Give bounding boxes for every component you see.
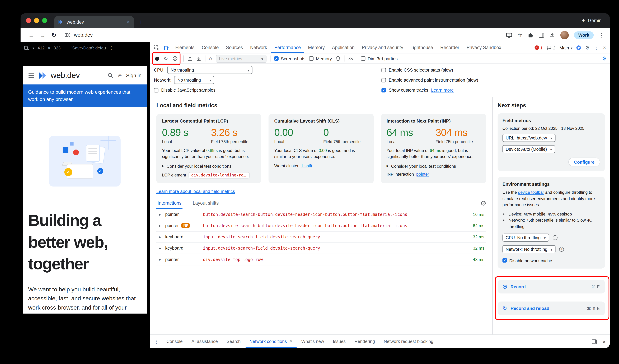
learn-metrics-link[interactable]: Learn more about local and field metrics	[156, 189, 235, 194]
bookmark-icon[interactable]	[517, 32, 522, 38]
interaction-row[interactable]: pointer INP button.devsite-search-button…	[156, 220, 486, 231]
install-app-icon[interactable]	[506, 32, 512, 38]
browser-tab[interactable]: web.dev	[54, 16, 134, 28]
device-height-field[interactable]: 823	[54, 45, 61, 50]
inp-interaction-link[interactable]: pointer	[416, 172, 429, 176]
collect-garbage-icon[interactable]	[336, 56, 340, 61]
hamburger-menu-icon[interactable]	[28, 73, 35, 78]
worst-cluster-link[interactable]: 1 shift	[301, 164, 312, 168]
interaction-row[interactable]: keyboard input.devsite-search-field.devs…	[156, 243, 486, 254]
row-expander-icon[interactable]	[158, 213, 162, 216]
row-expander-icon[interactable]	[158, 224, 162, 227]
paint-instrumentation-checkbox[interactable]	[381, 78, 386, 82]
learn-more-link[interactable]: Learn more	[431, 88, 454, 92]
new-tab-button[interactable]	[139, 19, 143, 25]
tab-application[interactable]: Application	[328, 42, 358, 53]
profile-chip[interactable]: Work	[574, 31, 594, 39]
paint-instrumentation-row[interactable]: Enable advanced paint instrumentation (s…	[381, 76, 478, 84]
device-toolbar-link[interactable]: device toolbar	[518, 190, 544, 195]
tab-interactions[interactable]: Interactions	[156, 198, 183, 209]
record-button[interactable]: Record ⌘ E	[498, 280, 605, 293]
drawer-tab-console[interactable]: Console	[162, 335, 187, 348]
drawer-tab-whats-new[interactable]: What's new	[297, 335, 328, 348]
devtools-close-icon[interactable]	[603, 45, 606, 50]
url-select[interactable]: URL: https://web.dev/	[503, 134, 555, 142]
downloads-icon[interactable]	[549, 32, 555, 38]
device-select[interactable]: Device: Auto (Mobile)	[503, 145, 555, 153]
window-zoom-button[interactable]	[42, 18, 47, 23]
theme-toggle-icon[interactable]	[117, 73, 122, 78]
inspect-element-icon[interactable]	[152, 42, 162, 53]
css-stats-row[interactable]: Enable CSS selector stats (slow)	[381, 66, 478, 74]
disable-cache-row[interactable]: Disable network cache	[503, 258, 552, 263]
record-icon[interactable]	[155, 56, 159, 60]
side-panel-icon[interactable]	[538, 32, 544, 38]
live-metrics-select[interactable]: Live metrics	[216, 55, 267, 63]
dimensions-caret-icon[interactable]	[32, 45, 34, 50]
drawer-tab-ai-assistance[interactable]: AI assistance	[187, 335, 222, 348]
tab-network[interactable]: Network	[247, 42, 271, 53]
gemini-button[interactable]: Gemini	[581, 13, 603, 28]
window-minimize-button[interactable]	[34, 18, 39, 23]
tab-memory[interactable]: Memory	[305, 42, 328, 53]
env-cpu-select[interactable]: CPU: No throttling	[503, 234, 549, 242]
tab-close-icon[interactable]	[127, 19, 130, 25]
back-button[interactable]	[26, 30, 36, 40]
drawer-close-icon[interactable]	[602, 339, 606, 344]
info-icon[interactable]	[552, 235, 557, 240]
tab-elements[interactable]: Elements	[172, 42, 198, 53]
css-stats-checkbox[interactable]	[381, 68, 386, 72]
lcp-test-conditions-expander[interactable]: Consider your local test conditions	[162, 164, 256, 168]
memory-checkbox-row[interactable]: Memory	[309, 56, 332, 61]
tab-sources[interactable]: Sources	[222, 42, 247, 53]
interaction-row[interactable]: pointer div.devsite-top-logo-row 48 ms	[156, 254, 486, 265]
extensions-icon[interactable]	[528, 32, 533, 38]
screenshots-checkbox[interactable]	[274, 56, 279, 61]
tab-performance[interactable]: Performance	[271, 42, 305, 53]
disable-cache-checkbox[interactable]	[503, 258, 507, 263]
interactions-clear-icon[interactable]	[481, 201, 486, 206]
screenshots-checkbox-row[interactable]: Screenshots	[274, 56, 306, 61]
disable-js-row[interactable]: Disable JavaScript samples	[154, 86, 381, 94]
responsive-dimensions-icon[interactable]	[24, 45, 29, 50]
home-icon[interactable]	[209, 56, 212, 61]
reload-button[interactable]	[49, 30, 59, 40]
drawer-tab-rendering[interactable]: Rendering	[351, 335, 379, 348]
tab-privacy-sandbox[interactable]: Privacy Sandbox	[463, 42, 505, 53]
drawer-menu-icon[interactable]	[154, 339, 159, 344]
dim-3rd-parties-checkbox[interactable]	[361, 56, 365, 61]
device-toolbar-icon[interactable]	[162, 42, 172, 53]
site-settings-icon[interactable]	[65, 32, 70, 37]
issues-badge[interactable]: 2	[547, 45, 555, 50]
save-profile-icon[interactable]	[196, 56, 201, 61]
window-close-button[interactable]	[26, 18, 31, 23]
row-expander-icon[interactable]	[158, 258, 162, 261]
live-status-icon[interactable]	[577, 45, 581, 50]
record-and-reload-button[interactable]: Record and reload ⌘ ⇧ E	[498, 301, 605, 315]
search-icon[interactable]	[107, 72, 113, 78]
device-options-icon[interactable]	[64, 46, 68, 50]
address-bar[interactable]: web.dev	[65, 32, 505, 38]
custom-tracks-row[interactable]: Show custom tracks Learn more	[381, 86, 478, 94]
tab-privacy-security[interactable]: Privacy and security	[358, 42, 407, 53]
context-selector[interactable]: Main	[559, 45, 572, 50]
dock-side-icon[interactable]	[591, 339, 597, 344]
drawer-tab-search[interactable]: Search	[223, 335, 245, 348]
drawer-tab-issues[interactable]: Issues	[329, 335, 350, 348]
record-and-reload-icon[interactable]	[164, 56, 168, 61]
tab-console[interactable]: Console	[198, 42, 222, 53]
cpu-throttle-select[interactable]: No throttling	[167, 66, 253, 74]
lcp-element-chip[interactable]: div.devsite-landing-row-ite…	[189, 172, 250, 178]
env-network-select[interactable]: Network: No throttling	[503, 245, 556, 253]
browser-menu-icon[interactable]	[599, 32, 604, 38]
devtools-menu-icon[interactable]	[594, 45, 599, 50]
drawer-tab-network-request-blocking[interactable]: Network request blocking	[380, 335, 437, 348]
memory-checkbox[interactable]	[309, 56, 314, 61]
forward-button[interactable]	[37, 30, 48, 40]
custom-tracks-checkbox[interactable]	[381, 88, 386, 92]
device-more-icon[interactable]	[109, 46, 113, 50]
tab-layout-shifts[interactable]: Layout shifts	[191, 198, 220, 209]
tab-recorder[interactable]: Recorder	[437, 42, 463, 53]
drawer-tab-close-icon[interactable]	[290, 339, 292, 344]
network-throttle-select[interactable]: No throttling	[174, 76, 214, 84]
